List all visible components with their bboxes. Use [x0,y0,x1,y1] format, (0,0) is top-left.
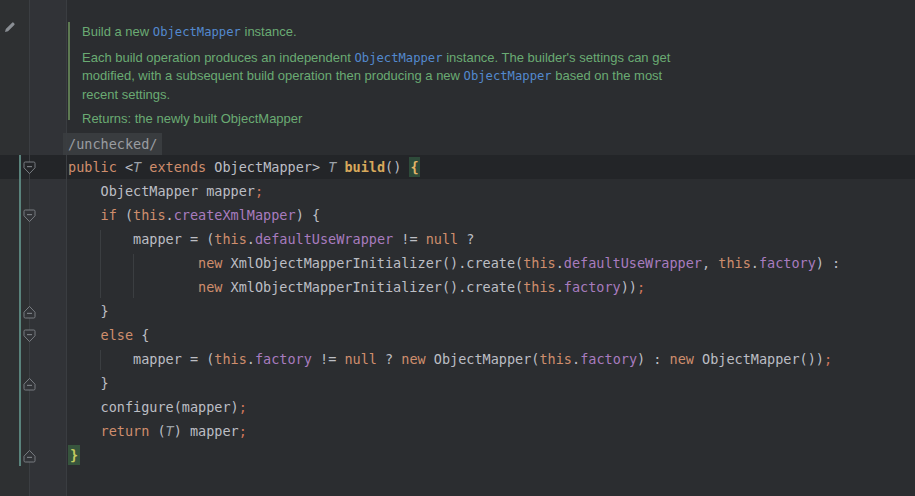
token-d: ObjectMapper( [426,351,540,367]
pencil-icon [3,20,17,34]
doc-line: Returns: the newly built ObjectMapper [82,110,670,128]
token-f: factory [580,351,637,367]
token-d: ( [117,207,133,223]
token-sc: ; [255,183,263,199]
fold-end-marker[interactable] [23,376,36,395]
token-d: configure(mapper) [101,399,239,415]
token-d: ObjectMapper> [206,159,328,175]
indent-spaces [68,231,133,247]
code-line[interactable]: mapper = (this.defaultUseWrapper != null… [0,227,915,251]
token-kw: this [523,279,556,295]
doc-line: modified, with a subsequent build operat… [82,67,670,86]
token-kw: new [198,279,222,295]
doc-line: Each build operation produces an indepen… [82,49,670,68]
fold-start-marker[interactable] [23,160,36,179]
code-line[interactable]: public <T extends ObjectMapper> T build(… [0,155,915,179]
fold-start-marker[interactable] [23,208,36,227]
token-f: createXmlMapper [174,207,296,223]
token-d: . [247,231,255,247]
token-d: ? [458,231,474,247]
token-g: recent settings. [82,87,170,102]
code-line[interactable]: } [0,299,915,323]
indent-spaces [68,255,198,271]
token-sc: ; [824,351,832,367]
folded-annotation-chip[interactable]: /unchecked/ [63,133,162,155]
token-d: ) : [816,255,840,271]
gutter-divider-line [29,0,30,496]
token-tp: T [166,423,174,439]
doc-line: Build a new ObjectMapper instance. [82,23,670,42]
code-line[interactable]: else { [0,323,915,347]
vcs-change-marker[interactable] [19,155,22,466]
code-line[interactable]: if (this.createXmlMapper) { [0,203,915,227]
doc-comment-border [68,22,70,120]
token-kw: if [101,207,117,223]
doc-line: recent settings. [82,86,670,104]
token-kw: this [214,231,247,247]
token-g: based on the most [552,68,663,83]
fold-end-marker[interactable] [23,448,36,467]
ide-editor-window: Build a new ObjectMapper instance.Each b… [0,0,915,496]
token-kw: new [670,351,694,367]
token-d: mapper = ( [133,231,214,247]
code-line[interactable]: configure(mapper); [0,395,915,419]
token-kw: public [68,159,117,175]
token-m: build [344,159,385,175]
token-sc: ; [239,399,247,415]
indent-spaces [68,279,198,295]
doc-paragraph: Returns: the newly built ObjectMapper [82,110,670,128]
token-d: ObjectMapper mapper [101,183,255,199]
token-d: . [751,255,759,271]
token-f: factory [564,279,621,295]
token-cb: ObjectMapper [355,51,443,65]
token-d: ) : [637,351,670,367]
token-g: instance. The builder's settings can get [443,50,671,65]
code-line[interactable]: mapper = (this.factory != null ? new Obj… [0,347,915,371]
token-kw: extends [149,159,206,175]
token-d: } [101,375,109,391]
token-d: != [393,231,426,247]
token-d: ) { [296,207,320,223]
rendered-javadoc: Build a new ObjectMapper instance.Each b… [82,23,670,135]
token-d: { [133,327,149,343]
gutter-editor-border [66,0,67,496]
indent-spaces [68,423,101,439]
token-d: . [572,351,580,367]
token-d: () [385,159,409,175]
doc-paragraph: Each build operation produces an indepen… [82,49,670,104]
token-kw: this [214,351,247,367]
token-d: . [166,207,174,223]
token-kw: this [718,255,751,271]
token-tp: T [133,159,141,175]
token-d: XmlObjectMapperInitializer().create( [222,255,523,271]
token-d: mapper = ( [133,351,214,367]
indent-spaces [68,303,101,319]
fold-start-marker[interactable] [23,328,36,347]
token-cbr: } [68,445,80,465]
code-line[interactable]: new XmlObjectMapperInitializer().create(… [0,275,915,299]
code-line[interactable]: return (T) mapper; [0,419,915,443]
indent-spaces [68,399,101,415]
fold-end-marker[interactable] [23,304,36,323]
token-d: . [556,279,564,295]
token-d: < [117,159,133,175]
code-line[interactable]: ObjectMapper mapper; [0,179,915,203]
token-sc: ; [239,423,247,439]
token-d: ? [377,351,401,367]
token-g: Build a new [82,24,153,39]
indent-spaces [68,375,101,391]
code-line[interactable]: } [0,371,915,395]
code-editor-text: public <T extends ObjectMapper> T build(… [0,155,915,467]
token-g: Each build operation produces an indepen… [82,50,355,65]
code-line[interactable]: new XmlObjectMapperInitializer().create(… [0,251,915,275]
token-g: instance. [241,24,297,39]
edit-doc-comment-button[interactable] [3,19,17,33]
token-g: Returns: the newly built ObjectMapper [82,111,302,126]
token-f: defaultUseWrapper [564,255,702,271]
code-line[interactable]: } [0,443,915,467]
token-d: , [702,255,718,271]
token-kw: this [133,207,166,223]
doc-paragraph: Build a new ObjectMapper instance. [82,23,670,42]
token-f: factory [759,255,816,271]
token-kw: new [401,351,425,367]
